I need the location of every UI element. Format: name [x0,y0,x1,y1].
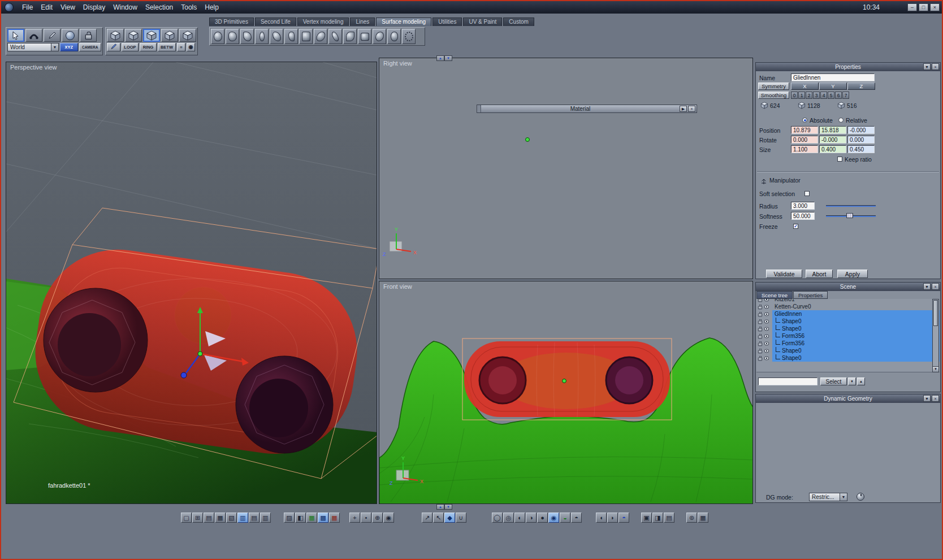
scene-tree-row[interactable]: GliedInnen [756,310,940,318]
lock-icon[interactable] [758,357,762,361]
panel-collapse-icon[interactable]: ▼ [923,63,931,70]
name-field[interactable]: GliedInnen [791,73,875,81]
collapse-up-icon[interactable]: ▲ [436,55,444,61]
light-left-icon[interactable]: ◖ [596,513,607,523]
scene-tree-row[interactable]: Form356 [756,340,940,347]
lock-icon[interactable] [758,342,762,346]
softness-field[interactable]: 50.000 [791,212,815,220]
light-right-icon[interactable]: ◗ [607,513,618,523]
apply-button[interactable]: Apply [837,270,868,278]
symmetry-y-button[interactable]: Y [819,83,847,90]
ring-select-button[interactable]: RING [140,43,157,51]
surface-tool-7-icon[interactable] [299,29,313,44]
lock-icon[interactable] [758,313,762,316]
smoothing-button[interactable]: Smoothing [758,92,789,99]
dynamic-geometry-titlebar[interactable]: Dynamic Geometry ▼ × [756,394,940,403]
softness-slider-handle[interactable] [846,213,853,218]
tab-scene-properties[interactable]: Properties [793,291,828,299]
perspective-canvas[interactable]: Y X Z [6,62,377,504]
cube-group-icon[interactable] [179,29,196,42]
eye-icon[interactable]: ◉ [383,513,394,523]
collapse-down-icon[interactable]: ▼ [444,55,452,61]
chevron-down-icon[interactable]: ▼ [840,493,847,501]
tab-surface-modeling[interactable]: Surface modeling [376,18,431,26]
scene-item-label[interactable]: Form356 [772,332,940,340]
eye-icon[interactable] [764,319,769,323]
lock-icon[interactable] [758,350,762,353]
magnet-icon[interactable]: ∪ [456,513,466,523]
right-canvas[interactable]: Y X Z [379,58,753,279]
smoothing-level-1[interactable]: 1 [798,92,805,99]
rotate-x-field[interactable]: 0.000 [791,136,818,144]
scene-search-field[interactable] [758,377,817,385]
tab-scene-tree[interactable]: Scene tree [756,291,793,299]
abort-button[interactable]: Abort [806,270,833,278]
tab-second-life[interactable]: Second Life [255,18,296,26]
surface-tool-2-icon[interactable] [226,29,239,44]
surface-tool-6-icon[interactable] [284,29,298,44]
radius-slider[interactable] [826,205,876,207]
surface-tool-5-icon[interactable] [270,29,283,44]
surface-tool-3-icon[interactable] [240,29,254,44]
size-x-field[interactable]: 1.100 [791,145,818,153]
select-button[interactable]: Select [820,377,847,385]
scene-tree-row[interactable]: Shape0 [756,347,940,354]
scene-tree-row[interactable]: Shape0 [756,354,940,362]
eye-icon[interactable] [764,349,769,352]
cube-faces-icon[interactable] [143,29,160,42]
sphere-tool-icon[interactable] [62,29,79,42]
scene-item-label[interactable]: Ketten-Curve0 [772,303,940,310]
axis-tool-icon[interactable]: ↗ [422,513,432,523]
layout-split-left-icon[interactable]: ▧ [226,513,237,523]
scene-tree[interactable]: Kitzel01 Ketten-Curve0 GliedInnen Shape0… [756,299,940,372]
scene-item-label[interactable]: Form356 [772,340,940,347]
scene-item-label[interactable]: Shape0 [772,354,940,362]
validate-button[interactable]: Validate [766,270,802,278]
cube-edges-icon[interactable] [125,29,142,42]
visibility-icon[interactable]: ◉ [187,43,195,51]
material-panel-titlebar[interactable]: Material ▶ × [477,105,697,113]
scene-item-label[interactable]: Shape0 [772,347,940,354]
freeze-checkbox[interactable]: ✓ [793,224,798,229]
textured-sphere-icon[interactable]: ◉ [548,513,559,523]
right-viewport[interactable]: Y X Z Right view Material ▶ × [379,58,753,279]
lock-icon[interactable] [758,335,762,338]
smoothing-level-6[interactable]: 6 [835,92,842,99]
cube-object-icon[interactable] [161,29,178,42]
menu-tools[interactable]: Tools [177,2,201,12]
flat-shade-sphere-icon[interactable]: ◐ [514,513,525,523]
collapse-down-icon[interactable]: ▼ [444,504,452,510]
render-sun-icon[interactable]: ⊛ [686,513,697,523]
equals-icon[interactable]: = [177,43,185,51]
menu-help[interactable]: Help [201,2,223,12]
absolute-radio[interactable] [802,118,807,123]
eye-icon[interactable] [764,299,769,301]
maximize-icon[interactable]: □ [919,3,928,11]
collapse-up-icon[interactable]: ▲ [436,504,444,510]
front-canvas[interactable]: Y X Z [379,281,753,504]
surface-tool-1-icon[interactable] [211,29,224,44]
menu-file[interactable]: File [18,2,37,12]
smooth-shade-sphere-icon[interactable]: ◑ [526,513,537,523]
scene-item-label[interactable]: Kitzel01 [772,299,940,303]
position-y-field[interactable]: 15.818 [819,126,846,134]
tab-3d-primitives[interactable]: 3D Primitives [209,18,254,26]
panel-close-icon[interactable]: × [932,63,939,70]
xyz-toggle-button[interactable]: XYZ [60,43,78,51]
scene-tree-row[interactable]: Ketten-Curve0 [756,303,940,310]
pencil-select-icon[interactable] [107,43,120,51]
surface-tool-8-icon[interactable] [314,29,327,44]
tag-icon[interactable]: ◧ [295,513,306,523]
wireframe-sphere-icon[interactable]: ◯ [492,513,503,523]
perspective-viewport[interactable]: Y X Z Perspective view fahradkette01 * [6,62,377,504]
lock-icon[interactable] [758,306,762,309]
grid-snap-icon[interactable]: ▩ [318,513,328,523]
grid-colored-icon[interactable]: ▦ [329,513,340,523]
lock-icon[interactable] [758,299,762,302]
pick-tool-icon[interactable]: ↖ [433,513,444,523]
split-panel-icon[interactable]: ◨ [652,513,663,523]
menu-edit[interactable]: Edit [37,2,57,12]
eye-icon[interactable] [764,341,769,345]
menu-view[interactable]: View [57,2,79,12]
select-up-icon[interactable]: ▲ [857,377,865,385]
